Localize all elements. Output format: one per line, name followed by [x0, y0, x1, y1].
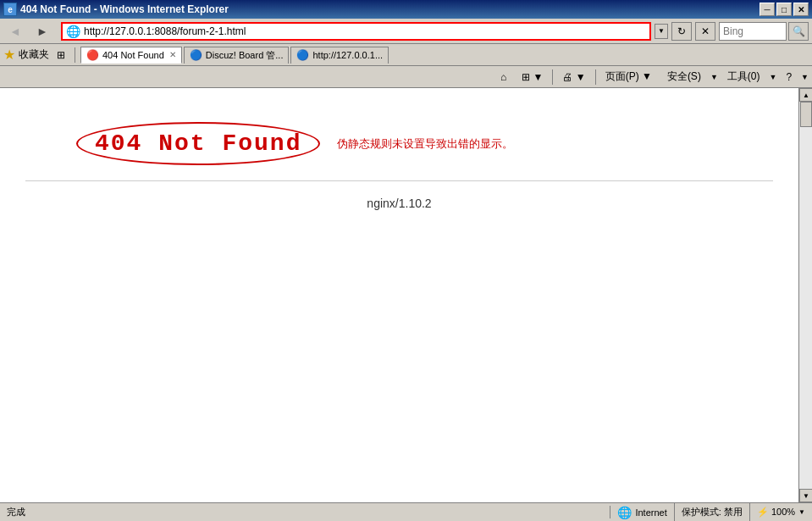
window-controls: ─ □ ✕ [760, 3, 809, 16]
internet-zone: 🌐 Internet [610, 503, 674, 521]
minimize-button[interactable]: ─ [760, 3, 775, 16]
search-bar: 🔍 [719, 22, 809, 41]
globe-icon: 🌐 [617, 506, 632, 519]
safety-button[interactable]: 安全(S) [661, 68, 707, 86]
home-button[interactable]: ⌂ [494, 68, 512, 86]
app-icon: e [3, 3, 17, 16]
tab-label-404: 404 Not Found [102, 50, 164, 60]
address-bar[interactable]: 🌐 http://127.0.0.1:8088/forum-2-1.html [61, 22, 651, 41]
tab-label-discuz: Discuz! Board 管... [206, 49, 284, 62]
tab-icon-discuz: 🔵 [190, 49, 202, 61]
toolbar-separator-2 [595, 69, 596, 85]
scrollbar[interactable]: ▲ ▼ [798, 88, 812, 502]
scroll-thumb[interactable] [800, 102, 812, 127]
scroll-track[interactable] [799, 102, 812, 489]
search-go-button[interactable]: 🔍 [788, 22, 809, 41]
toolbar-row: ⌂ ⊞ ▼ 🖨 ▼ 页面(P) ▼ 安全(S) ▼ 工具(0) ▼ ? ▼ [0, 66, 812, 88]
tab-close-404[interactable]: ✕ [169, 50, 176, 59]
print-button[interactable]: 🖨 ▼ [556, 68, 591, 86]
error-section: 404 Not Found 伪静态规则未设置导致出错的显示。 [25, 105, 773, 174]
favorites-divider [75, 47, 75, 63]
zoom-label[interactable]: ⚡ 100% [757, 507, 795, 518]
tools-dropdown-icon[interactable]: ▼ [769, 73, 776, 81]
favorites-bar: ★ 收藏夹 ⊞ 🔴 404 Not Found ✕ 🔵 Discuz! Boar… [0, 44, 812, 66]
back-button[interactable]: ◄ [3, 21, 27, 42]
tab-discuz[interactable]: 🔵 Discuz! Board 管... [184, 47, 290, 64]
toolbar-separator-1 [552, 69, 553, 85]
safety-dropdown-icon[interactable]: ▼ [710, 73, 718, 81]
content-area: 404 Not Found 伪静态规则未设置导致出错的显示。 nginx/1.1… [0, 88, 798, 502]
tab-bar: 🔴 404 Not Found ✕ 🔵 Discuz! Board 管... 🔵… [80, 47, 389, 64]
tab-label-localhost: http://127.0.0.1... [312, 50, 383, 60]
zoom-dropdown-icon[interactable]: ▼ [798, 508, 805, 516]
status-text: 完成 [0, 506, 610, 518]
help-dropdown-icon[interactable]: ▼ [801, 73, 809, 81]
tab-localhost[interactable]: 🔵 http://127.0.0.1... [290, 47, 389, 64]
title-bar: e 404 Not Found - Windows Internet Explo… [0, 0, 812, 19]
refresh-button[interactable]: ↻ [671, 22, 692, 41]
stop-button[interactable]: ✕ [695, 22, 715, 41]
favorites-label[interactable]: 收藏夹 [19, 47, 49, 62]
error-note: 伪静态规则未设置导致出错的显示。 [337, 136, 513, 152]
error-title: 404 Not Found [95, 130, 301, 157]
grid-button[interactable]: ⊞ [52, 47, 69, 64]
close-button[interactable]: ✕ [793, 3, 809, 16]
content-divider [25, 180, 773, 181]
zoom-control[interactable]: ⚡ 100% ▼ [750, 507, 812, 518]
address-icon: 🌐 [66, 25, 80, 38]
content-wrapper: 404 Not Found 伪静态规则未设置导致出错的显示。 nginx/1.1… [0, 88, 812, 502]
maximize-button[interactable]: □ [776, 3, 792, 16]
tab-icon-localhost: 🔵 [296, 49, 309, 61]
protected-mode: 保护模式: 禁用 [675, 503, 750, 521]
window-title: 404 Not Found - Windows Internet Explore… [20, 3, 229, 15]
status-bar: 完成 🌐 Internet 保护模式: 禁用 ⚡ 100% ▼ [0, 502, 812, 521]
page-content: 404 Not Found 伪静态规则未设置导致出错的显示。 nginx/1.1… [0, 88, 798, 427]
error-oval: 404 Not Found [76, 122, 320, 165]
server-info: nginx/1.10.2 [25, 188, 773, 219]
navigation-bar: ◄ ► 🌐 http://127.0.0.1:8088/forum-2-1.ht… [0, 19, 812, 44]
feed-button[interactable]: ⊞ ▼ [516, 68, 549, 86]
address-text: http://127.0.0.1:8088/forum-2-1.html [84, 25, 646, 37]
help-button[interactable]: ? [780, 68, 798, 86]
page-button[interactable]: 页面(P) ▼ [599, 68, 658, 86]
tab-icon-404: 🔴 [86, 49, 99, 61]
address-dropdown[interactable]: ▼ [655, 24, 668, 39]
favorites-star-icon: ★ [3, 47, 15, 63]
scroll-down-button[interactable]: ▼ [799, 489, 812, 502]
tab-404-not-found[interactable]: 🔴 404 Not Found ✕ [80, 47, 182, 64]
protected-mode-label: 保护模式: 禁用 [682, 506, 743, 518]
forward-button[interactable]: ► [30, 21, 54, 42]
tools-button[interactable]: 工具(0) [721, 68, 766, 86]
search-input[interactable] [719, 22, 787, 41]
scroll-up-button[interactable]: ▲ [799, 88, 812, 102]
zone-text: Internet [635, 507, 666, 518]
